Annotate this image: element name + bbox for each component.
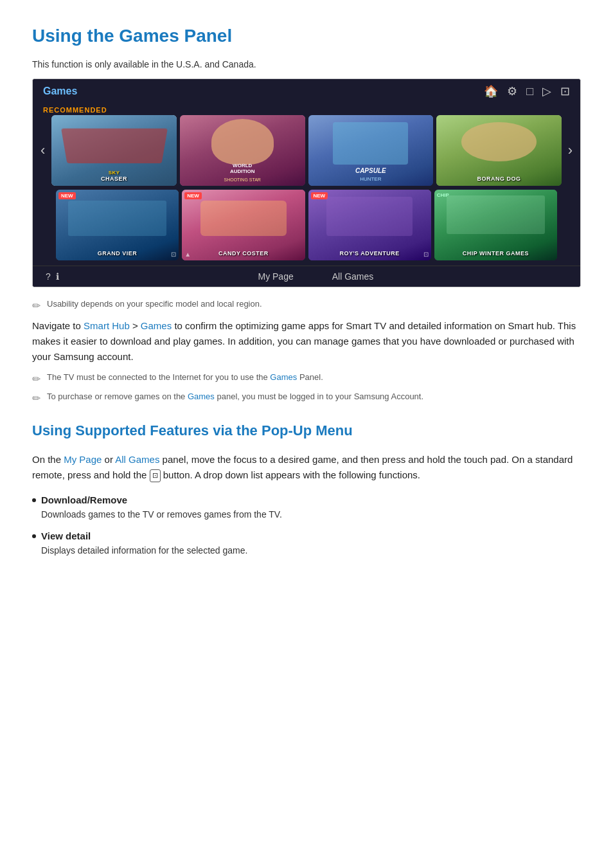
arrow-right[interactable]: ›	[565, 142, 575, 159]
section2-title: Using Supported Features via the Pop-Up …	[32, 422, 581, 439]
game-label-grand: GRAND VIER	[56, 250, 179, 257]
s2-or: or	[102, 454, 115, 465]
badge-new-candy: NEW	[184, 192, 202, 199]
arrow-left[interactable]: ‹	[38, 142, 48, 159]
link-games-note3[interactable]: Games	[188, 392, 215, 401]
game-card-world-audition[interactable]: WORLDAUDITION SHOOTING STAR	[180, 115, 305, 186]
note-3: ✏ To purchase or remove games on the Gam…	[32, 392, 581, 404]
panel-icons: 🏠 ⚙ □ ▷ ⊡	[484, 84, 570, 98]
game-label-chip: CHIP WINTER GAMES	[434, 250, 557, 257]
s2-intro-after2: button. A drop down list appears with th…	[161, 469, 420, 480]
main-para-before: Navigate to	[32, 320, 84, 331]
games-row-2: NEW GRAND VIER ⊡ NEW CANDY COSTER ▲ NEW …	[33, 190, 580, 266]
bullet-desc-download: Downloads games to the TV or removes gam…	[32, 508, 581, 521]
section2-intro: On the My Page or All Games panel, move …	[32, 452, 581, 483]
link-smart-hub[interactable]: Smart Hub	[84, 320, 130, 331]
bullet-dot-1	[32, 498, 36, 502]
link-games-note2[interactable]: Games	[270, 372, 297, 382]
game-card-grand-vier[interactable]: NEW GRAND VIER ⊡	[56, 190, 179, 260]
note-icon-1: ✏	[32, 300, 40, 312]
link-games-main[interactable]: Games	[141, 320, 172, 331]
games-row-1: ‹ SKY CHASER WORLDAUDITION SHOOTING STAR	[33, 115, 580, 190]
badge-new-grand: NEW	[58, 192, 76, 199]
bullet-item-download: Download/Remove Downloads games to the T…	[32, 494, 581, 521]
link-my-page[interactable]: My Page	[64, 454, 102, 465]
badge-chip: CHIP	[437, 192, 449, 198]
main-paragraph: Navigate to Smart Hub > Games to confirm…	[32, 318, 581, 365]
footer-help-icon[interactable]: ?	[46, 271, 51, 282]
panel-header: Games 🏠 ⚙ □ ▷ ⊡	[33, 79, 580, 104]
game-label-candy: CANDY COSTER	[182, 250, 305, 257]
panel-footer: ? ℹ My Page All Games	[33, 266, 580, 287]
note-2: ✏ The TV must be connected to the Intern…	[32, 372, 581, 385]
footer-all-games[interactable]: All Games	[332, 271, 374, 282]
game-card-borang-dog[interactable]: BORANG DOG	[436, 115, 562, 186]
note-text-3: To purchase or remove games on the Games…	[47, 392, 423, 401]
games-panel: Games 🏠 ⚙ □ ▷ ⊡ RECOMMENDED ‹ SKY CHASER	[32, 78, 581, 287]
note-icon-3: ✏	[32, 392, 40, 404]
panel-title: Games	[43, 86, 77, 97]
bullet-title-viewdetail: View detail	[32, 530, 581, 541]
panel-icon-screen[interactable]: □	[526, 85, 533, 98]
note-text-1: Usability depends on your specific model…	[47, 299, 262, 309]
game-label-roy: ROY'S ADVENTURE	[308, 250, 431, 257]
game-card-sky-chaser[interactable]: SKY CHASER	[51, 115, 177, 186]
footer-icons: ? ℹ	[46, 271, 59, 282]
s2-intro-before: On the	[32, 454, 64, 465]
recommended-label: RECOMMENDED	[33, 104, 580, 115]
games-grid-1: SKY CHASER WORLDAUDITION SHOOTING STAR C…	[51, 115, 561, 186]
bullet-dot-2	[32, 534, 36, 538]
game-label-sky: SKY CHASER	[51, 169, 177, 182]
game-icon-candy: ▲	[184, 251, 191, 258]
intro-text: This function is only available in the U…	[32, 59, 581, 69]
panel-icon-home[interactable]: 🏠	[484, 84, 498, 98]
bullet-title-download: Download/Remove	[32, 494, 581, 505]
game-icon-grand: ⊡	[171, 251, 176, 258]
games-grid-2: NEW GRAND VIER ⊡ NEW CANDY COSTER ▲ NEW …	[56, 190, 557, 260]
badge-new-roy: NEW	[311, 192, 328, 199]
footer-info-icon[interactable]: ℹ	[56, 271, 59, 282]
game-card-capsule-hunter[interactable]: CAPSULE HUNTER	[308, 115, 434, 186]
section-divider: Using Supported Features via the Pop-Up …	[32, 422, 581, 439]
game-card-candy-coster[interactable]: NEW CANDY COSTER ▲	[182, 190, 305, 260]
link-all-games[interactable]: All Games	[115, 454, 159, 465]
page-title: Using the Games Panel	[32, 26, 581, 46]
game-card-chip-winter[interactable]: CHIP CHIP WINTER GAMES	[434, 190, 557, 260]
panel-icon-grid[interactable]: ⊡	[560, 84, 570, 98]
game-label-borang: BORANG DOG	[436, 176, 562, 182]
panel-icon-play[interactable]: ▷	[542, 84, 551, 98]
main-para-arrow: >	[130, 320, 141, 331]
game-card-roys-adventure[interactable]: NEW ROY'S ADVENTURE ⊡	[308, 190, 431, 260]
game-icon-roy: ⊡	[423, 251, 429, 258]
remote-icon: ⊡	[150, 469, 161, 482]
footer-links: My Page All Games	[64, 271, 567, 282]
note-icon-2: ✏	[32, 373, 40, 385]
note-text-2: The TV must be connected to the Internet…	[47, 372, 323, 382]
bullet-desc-viewdetail: Displays detailed information for the se…	[32, 544, 581, 557]
panel-icon-settings[interactable]: ⚙	[507, 84, 517, 98]
bullet-section: Download/Remove Downloads games to the T…	[32, 494, 581, 557]
bullet-item-viewdetail: View detail Displays detailed informatio…	[32, 530, 581, 557]
note-1: ✏ Usability depends on your specific mod…	[32, 299, 581, 312]
footer-my-page[interactable]: My Page	[258, 271, 293, 282]
